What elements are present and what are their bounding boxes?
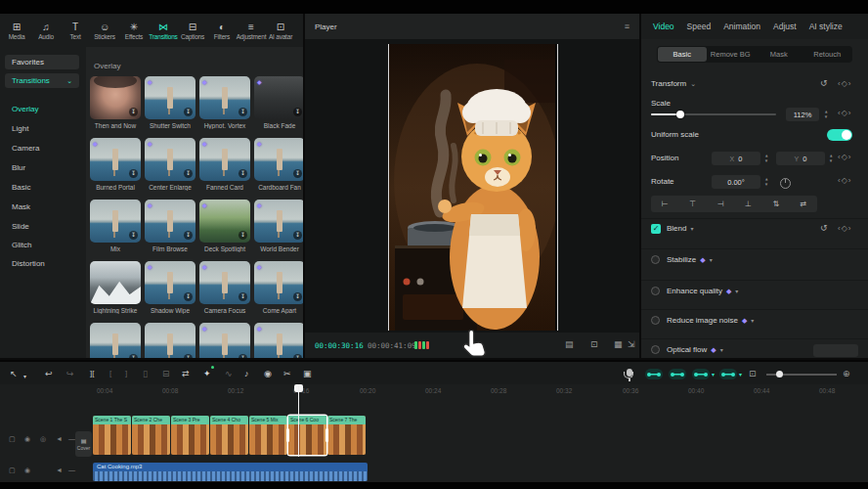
subtab-mask[interactable]: Mask — [755, 47, 803, 62]
toolbar-ai-avatar[interactable]: ⊡AI avatar — [266, 22, 295, 40]
cover-button[interactable]: ▤ Cover — [75, 431, 92, 457]
timeline-clip-scene-5[interactable]: Scene 5 Mix — [249, 416, 287, 455]
toolbar-effects[interactable]: ✳Effects — [119, 22, 149, 40]
split-icon[interactable]: ][ — [90, 368, 94, 379]
transition-item[interactable]: ◆↧Shutter Switch — [145, 76, 195, 129]
transition-item[interactable]: ↧ — [145, 323, 195, 358]
toolbar-audio[interactable]: ♫Audio — [31, 22, 61, 40]
transition-item[interactable]: ◆↧Burned Portal — [90, 138, 141, 191]
transition-item[interactable]: ◆↧Hypnot. Vortex — [199, 76, 250, 129]
optical-flow-checkbox[interactable] — [651, 345, 660, 354]
linking-toggle[interactable] — [692, 369, 710, 379]
position-y-stepper[interactable]: ▾▾ — [827, 152, 835, 165]
sidebar-item-overlay[interactable]: Overlay — [12, 105, 39, 113]
position-x-stepper[interactable]: ▾▾ — [762, 152, 770, 165]
transition-item[interactable]: ◆↧Camera Focus — [199, 261, 250, 314]
transition-item[interactable]: ◆↧Cardboard Fan — [254, 138, 303, 191]
transition-item[interactable]: ◆↧Deck Spotlight — [199, 200, 250, 252]
position-y-field[interactable]: Y0 — [776, 152, 825, 165]
sidebar-item-glitch[interactable]: Glitch — [12, 241, 31, 249]
transition-item[interactable]: ◆↧Film Browse — [145, 200, 195, 252]
redo-icon[interactable]: ↪ — [66, 368, 74, 379]
timeline-clip-scene-2[interactable]: Scene 2 Che — [132, 416, 170, 455]
transition-item[interactable]: ◆↧Fanned Card — [199, 138, 250, 191]
rotate-value-field[interactable]: 0.00° — [712, 175, 760, 189]
reduce-noise-checkbox[interactable] — [651, 316, 660, 325]
auto-snap-toggle[interactable] — [669, 369, 686, 379]
transition-item[interactable]: ◆↧Center Enlarge — [145, 138, 195, 191]
toolbar-filters[interactable]: ◐Filters — [207, 22, 237, 40]
sidebar-item-slide[interactable]: Slide — [12, 222, 29, 231]
subtab-basic[interactable]: Basic — [658, 47, 707, 62]
preview-axis-toggle[interactable] — [719, 369, 737, 379]
rotate-dial-icon[interactable] — [780, 178, 791, 189]
transition-item[interactable]: ↧Mix — [90, 200, 141, 252]
tool-dropdown-icon[interactable]: ▾ — [23, 371, 26, 382]
transition-item[interactable]: ◆↧ — [254, 323, 303, 358]
keyframe-transform-icon[interactable]: ‹◇› — [838, 79, 851, 88]
player-menu-icon[interactable]: ≡ — [625, 22, 629, 31]
toolbar-captions[interactable]: ⊟Captions — [178, 22, 207, 40]
reset-blend-icon[interactable]: ↺ — [820, 223, 828, 233]
trim-left-icon[interactable]: [ — [109, 368, 111, 379]
scale-stepper[interactable]: ▾▾ — [822, 108, 830, 121]
transition-item[interactable]: ◆↧ — [199, 323, 250, 358]
sidebar-item-basic[interactable]: Basic — [12, 183, 31, 192]
track-mute-icon[interactable]: ◄ — [56, 467, 63, 473]
timeline-clip-scene-7[interactable]: Scene 7 The — [327, 416, 366, 455]
reset-transform-icon[interactable]: ↺ — [820, 78, 828, 88]
copy-icon[interactable]: ⊡ — [749, 369, 757, 378]
blend-checkbox[interactable]: ✓ — [651, 224, 661, 234]
scale-slider-handle[interactable] — [676, 111, 684, 118]
snapshot-icon[interactable]: ⊡ — [590, 339, 598, 349]
zoom-slider-handle[interactable] — [776, 371, 783, 378]
mirror-flip-icon[interactable]: ⇄ — [182, 368, 190, 379]
scale-value-field[interactable]: 112% — [786, 108, 819, 121]
transition-item[interactable]: ◆↧World Bender — [254, 200, 303, 252]
voiceover-mic-icon[interactable] — [627, 369, 632, 377]
track-lock-icon[interactable]: ◉ — [24, 435, 30, 443]
sidebar-item-mask[interactable]: Mask — [12, 202, 30, 211]
video-preview[interactable] — [388, 44, 558, 331]
track-collapse-icon[interactable]: — — [68, 435, 75, 442]
subtab-remove-bg[interactable]: Remove BG — [707, 47, 756, 62]
align-top-icon[interactable]: ⊤ — [689, 200, 696, 208]
zoom-in-icon[interactable]: ⊕ — [843, 369, 850, 378]
sidebar-group-transitions[interactable]: Transitions⌄ — [5, 73, 79, 88]
tab-animation[interactable]: Animation — [723, 22, 760, 31]
chevron-down-icon[interactable]: ▾ — [712, 371, 715, 378]
align-right-icon[interactable]: ⊣ — [717, 200, 724, 208]
undo-icon[interactable]: ↩ — [45, 368, 53, 379]
track-hide-icon[interactable]: ◎ — [40, 435, 46, 443]
tab-adjust[interactable]: Adjust — [773, 22, 797, 31]
sidebar-item-blur[interactable]: Blur — [12, 163, 25, 172]
stabilize-checkbox[interactable] — [651, 255, 660, 264]
uniform-scale-toggle[interactable] — [827, 129, 852, 141]
chevron-down-icon[interactable]: ▾ — [739, 371, 742, 378]
sidebar-item-distortion[interactable]: Distortion — [12, 259, 45, 268]
timeline-clip-scene-1[interactable]: Scene 1 The S — [93, 416, 131, 455]
transition-item[interactable]: ↧Lightning Strike — [90, 261, 141, 314]
timeline-zoom-slider[interactable] — [766, 374, 837, 376]
enhance-quality-checkbox[interactable] — [651, 287, 660, 295]
align-bottom-icon[interactable]: ⊥ — [745, 200, 752, 208]
timeline-clip-scene-3[interactable]: Scene 3 Pre — [171, 416, 209, 455]
keyframe-position-icon[interactable]: ‹◇› — [838, 153, 851, 161]
transition-item[interactable]: ◆↧Come Apart — [254, 261, 303, 314]
sidebar-favorites[interactable]: Favorites — [5, 55, 79, 69]
track-mute-icon[interactable]: ◄ — [56, 435, 63, 442]
keyframe-rotate-icon[interactable]: ‹◇› — [838, 176, 851, 185]
toolbar-adjustment[interactable]: ≡Adjustment — [237, 22, 266, 40]
track-frame-icon[interactable]: ▢ — [9, 467, 16, 474]
sidebar-item-light[interactable]: Light — [12, 124, 28, 133]
delete-icon[interactable]: ▯ — [143, 368, 148, 379]
align-left-icon[interactable]: ⊢ — [662, 200, 669, 208]
timeline-clip-scene-6-selected[interactable]: Scene 6 Coo — [288, 416, 326, 455]
audio-clip[interactable]: Cat Cooking.mp3 — [93, 463, 368, 481]
toolbar-stickers[interactable]: ☺Stickers — [90, 22, 119, 40]
track-collapse-icon[interactable]: — — [68, 467, 75, 473]
extract-audio-icon[interactable]: ♪ — [244, 368, 249, 379]
toolbar-transitions[interactable]: ⋈Transitions — [149, 22, 178, 40]
keyframe-blend-icon[interactable]: ‹◇› — [838, 224, 851, 233]
trim-right-icon[interactable]: ] — [125, 368, 127, 379]
